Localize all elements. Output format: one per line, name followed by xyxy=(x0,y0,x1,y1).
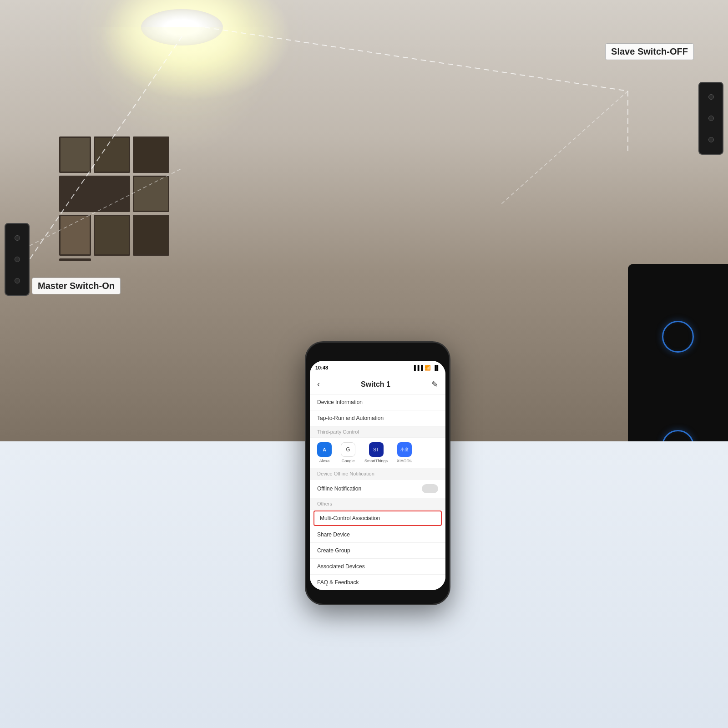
phone-notch xyxy=(355,343,400,354)
offline-notification-row[interactable]: Offline Notification xyxy=(310,480,445,498)
phone-header[interactable]: ‹ Switch 1 ✎ xyxy=(310,374,445,394)
back-button[interactable]: ‹ xyxy=(317,379,320,389)
alexa-button[interactable]: A Alexa xyxy=(317,442,332,463)
xiaodu-button[interactable]: 小度 XIAODU xyxy=(397,442,413,463)
section-third-party: Third-party Control xyxy=(310,426,445,438)
switch-dot-1 xyxy=(15,235,20,241)
share-device-item[interactable]: Share Device xyxy=(310,527,445,543)
status-time: 10:48 xyxy=(315,365,328,370)
multi-control-item[interactable]: Multi-Control Association xyxy=(313,511,442,526)
smartthings-icon: ST xyxy=(369,442,384,457)
switch-dot-2 xyxy=(15,257,20,262)
offline-label: Offline Notification xyxy=(317,485,361,492)
phone-screen: 10:48 ▐▐▐ 📶 ▐▌ ‹ Switch 1 ✎ Device Infor… xyxy=(310,361,445,590)
slave-dot-3 xyxy=(708,137,714,142)
slave-switch-label: Slave Switch-OFF xyxy=(605,43,694,60)
faq-item[interactable]: FAQ & Feedback xyxy=(310,575,445,590)
master-switch-device xyxy=(5,223,30,296)
google-button[interactable]: G Google xyxy=(341,442,355,463)
slave-switch-device xyxy=(698,82,723,155)
edit-button[interactable]: ✎ xyxy=(431,379,438,389)
master-switch-label: Master Switch-On xyxy=(32,278,121,294)
smartthings-button[interactable]: ST SmartThings xyxy=(364,442,388,463)
menu-item-tap-run[interactable]: Tap-to-Run and Automation xyxy=(310,410,445,426)
ceiling-light xyxy=(141,9,223,46)
touch-button-1[interactable] xyxy=(662,321,694,353)
associated-devices-item[interactable]: Associated Devices xyxy=(310,559,445,575)
wall-frames xyxy=(59,136,169,261)
slave-dot-1 xyxy=(708,94,714,100)
signal-icon: ▐▐▐ xyxy=(412,365,423,370)
phone-mockup: 10:48 ▐▐▐ 📶 ▐▌ ‹ Switch 1 ✎ Device Infor… xyxy=(305,341,450,605)
switch-dot-3 xyxy=(15,278,20,283)
alexa-icon: A xyxy=(317,442,332,457)
status-icons: ▐▐▐ 📶 ▐▌ xyxy=(412,365,440,371)
phone-status-bar: 10:48 ▐▐▐ 📶 ▐▌ xyxy=(310,361,445,374)
battery-icon: ▐▌ xyxy=(433,365,440,370)
screen-title: Switch 1 xyxy=(361,380,390,389)
slave-dot-2 xyxy=(708,116,714,121)
google-icon: G xyxy=(341,442,355,457)
menu-item-device-info[interactable]: Device Information xyxy=(310,394,445,410)
third-party-row: A Alexa G Google ST SmartThings 小度 xyxy=(310,438,445,468)
xiaodu-icon: 小度 xyxy=(397,442,412,457)
smart-wall-panel xyxy=(628,264,728,455)
section-others: Others xyxy=(310,498,445,510)
create-group-item[interactable]: Create Group xyxy=(310,543,445,559)
wifi-icon: 📶 xyxy=(425,365,431,371)
section-offline: Device Offline Notification xyxy=(310,468,445,480)
offline-toggle[interactable] xyxy=(422,484,438,493)
